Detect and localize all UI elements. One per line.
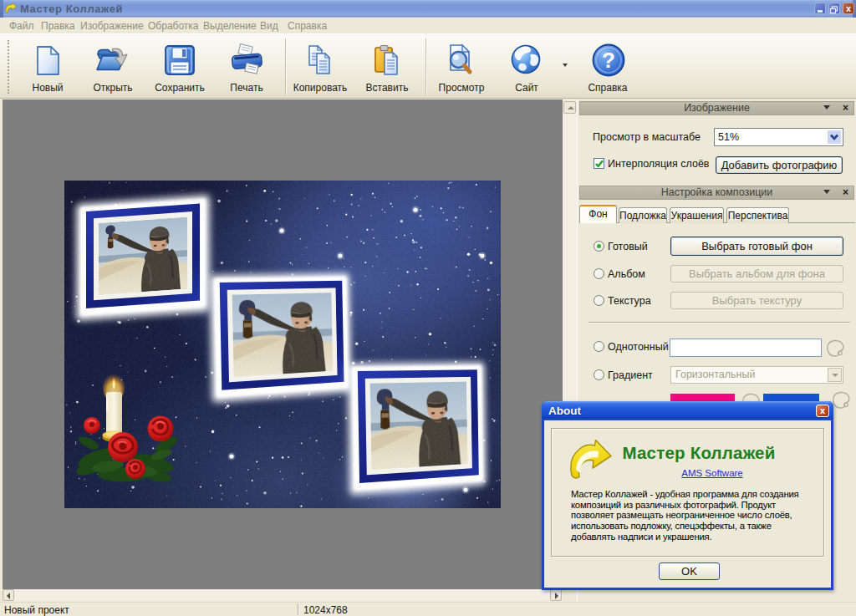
svg-text:?: ?: [602, 48, 615, 73]
